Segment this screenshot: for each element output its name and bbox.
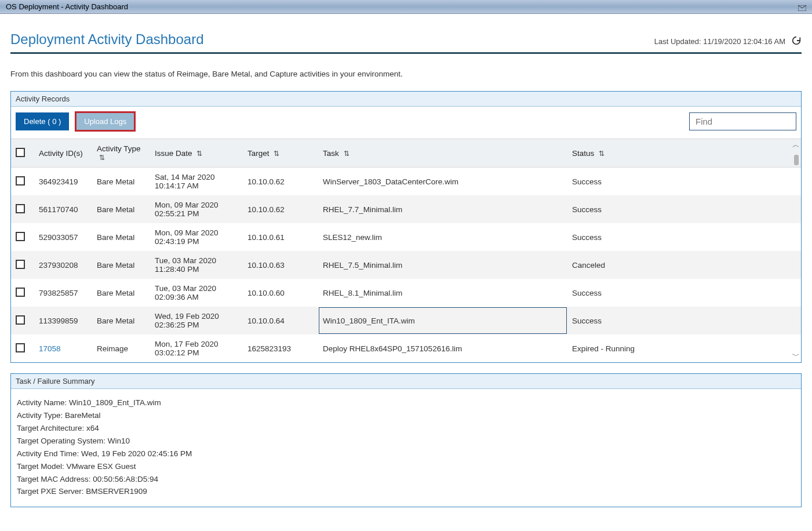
cell-activity-id: 364923419 bbox=[34, 168, 92, 196]
cell-status: Success bbox=[567, 195, 801, 223]
toolbar: Delete ( 0 ) Upload Logs bbox=[11, 107, 801, 139]
cell-task[interactable]: WinServer_1803_DataCenterCore.wim bbox=[318, 168, 567, 196]
table-row[interactable]: 17058ReimageMon, 17 Feb 2020 03:02:12 PM… bbox=[11, 334, 801, 362]
cell-task[interactable]: RHEL_7.5_Minimal.lim bbox=[318, 251, 567, 279]
table-row[interactable]: 529033057Bare MetalMon, 09 Mar 2020 02:4… bbox=[11, 223, 801, 251]
row-checkbox[interactable] bbox=[16, 343, 25, 352]
scroll-down-icon[interactable]: ﹀ bbox=[792, 350, 800, 362]
table-row[interactable]: 113399859Bare MetalWed, 19 Feb 2020 02:3… bbox=[11, 307, 801, 334]
cell-status: Expired - Running bbox=[567, 334, 801, 362]
summary-activity-name-label: Activity Name: bbox=[17, 398, 69, 407]
activity-records-panel: Activity Records Delete ( 0 ) Upload Log… bbox=[10, 91, 802, 363]
cell-task[interactable]: RHEL_8.1_Minimal.lim bbox=[318, 279, 567, 307]
cell-issue-date: Wed, 19 Feb 2020 02:36:25 PM bbox=[150, 307, 243, 334]
row-checkbox[interactable] bbox=[16, 288, 25, 297]
summary-mac-label: Target MAC Address: bbox=[17, 475, 93, 483]
cell-status: Success bbox=[567, 223, 801, 251]
col-target[interactable]: Target ⇅ bbox=[243, 139, 318, 168]
cell-task[interactable]: Deploy RHEL8x64SP0_1571052616.lim bbox=[318, 334, 567, 362]
summary-mac: 00:50:56:A8:D5:94 bbox=[93, 475, 158, 483]
col-task[interactable]: Task ⇅ bbox=[318, 139, 567, 168]
col-activity-id[interactable]: Activity ID(s) bbox=[34, 139, 92, 168]
col-status[interactable]: Status ⇅ bbox=[567, 139, 801, 168]
page-description: From this dashboard you can view the sta… bbox=[10, 63, 802, 91]
cell-target: 10.10.0.62 bbox=[243, 195, 318, 223]
row-checkbox[interactable] bbox=[16, 204, 25, 213]
cell-activity-type: Bare Metal bbox=[92, 251, 150, 279]
page-header: Deployment Activity Dashboard Last Updat… bbox=[10, 20, 802, 54]
window-title-bar: OS Deployment - Activity Dashboard bbox=[0, 0, 812, 14]
sort-icon: ⇅ bbox=[196, 150, 202, 158]
table-row[interactable]: 561170740Bare MetalMon, 09 Mar 2020 02:5… bbox=[11, 195, 801, 223]
last-updated-time: 11/19/2020 12:04:16 AM bbox=[703, 37, 785, 46]
summary-model-label: Target Model: bbox=[17, 462, 67, 471]
activity-table-container: Activity ID(s) Activity Type⇅ Issue Date… bbox=[11, 139, 801, 362]
summary-model: VMware ESX Guest bbox=[67, 462, 136, 471]
summary-os: Win10 bbox=[108, 437, 130, 445]
activity-records-header: Activity Records bbox=[11, 92, 801, 107]
select-all-checkbox[interactable] bbox=[16, 148, 25, 157]
cell-target: 10.10.0.62 bbox=[243, 168, 318, 196]
window-title: OS Deployment - Activity Dashboard bbox=[6, 2, 128, 11]
row-checkbox[interactable] bbox=[16, 176, 25, 186]
cell-activity-type: Bare Metal bbox=[92, 223, 150, 251]
sort-icon: ⇅ bbox=[599, 150, 605, 158]
cell-task[interactable]: RHEL_7.7_Minimal.lim bbox=[318, 195, 567, 223]
cell-task[interactable]: SLES12_new.lim bbox=[318, 223, 567, 251]
row-checkbox[interactable] bbox=[16, 315, 25, 325]
scroll-up-icon[interactable]: ︿ bbox=[792, 139, 800, 151]
summary-activity-type: BareMetal bbox=[65, 411, 101, 420]
cell-issue-date: Sat, 14 Mar 2020 10:14:17 AM bbox=[150, 168, 243, 196]
summary-activity-name: Win10_1809_Ent_ITA.wim bbox=[69, 398, 161, 407]
cell-target: 10.10.0.60 bbox=[243, 279, 318, 307]
cell-target: 10.10.0.63 bbox=[243, 251, 318, 279]
cell-target: 10.10.0.61 bbox=[243, 223, 318, 251]
table-row[interactable]: 793825857Bare MetalTue, 03 Mar 2020 02:0… bbox=[11, 279, 801, 307]
cell-status: Success bbox=[567, 279, 801, 307]
upload-logs-button[interactable]: Upload Logs bbox=[76, 112, 134, 130]
last-updated: Last Updated: 11/19/2020 12:04:16 AM bbox=[654, 35, 802, 48]
cell-activity-type: Bare Metal bbox=[92, 279, 150, 307]
cell-activity-id: 529033057 bbox=[34, 223, 92, 251]
row-checkbox[interactable] bbox=[16, 260, 25, 269]
cell-activity-id: 237930208 bbox=[34, 251, 92, 279]
last-updated-prefix: Last Updated: bbox=[654, 37, 704, 46]
col-activity-type[interactable]: Activity Type⇅ bbox=[92, 139, 150, 168]
summary-end-time: Wed, 19 Feb 2020 02:45:16 PM bbox=[81, 449, 192, 458]
summary-header: Task / Failure Summary bbox=[11, 374, 801, 389]
cell-issue-date: Mon, 17 Feb 2020 03:02:12 PM bbox=[150, 334, 243, 362]
summary-end-time-label: Activity End Time: bbox=[17, 449, 81, 458]
summary-pxe: BMSERVER1909 bbox=[86, 487, 147, 496]
row-checkbox[interactable] bbox=[16, 232, 25, 241]
delete-button[interactable]: Delete ( 0 ) bbox=[16, 112, 69, 130]
summary-pxe-label: Target PXE Server: bbox=[17, 487, 86, 496]
page-title: Deployment Activity Dashboard bbox=[10, 31, 204, 48]
cell-status: Success bbox=[567, 307, 801, 334]
cell-target: 1625823193 bbox=[243, 334, 318, 362]
sort-icon: ⇅ bbox=[344, 150, 349, 158]
mail-icon[interactable] bbox=[798, 4, 806, 10]
cell-activity-type: Reimage bbox=[92, 334, 150, 362]
table-row[interactable]: 237930208Bare MetalTue, 03 Mar 2020 11:2… bbox=[11, 251, 801, 279]
table-row[interactable]: 364923419Bare MetalSat, 14 Mar 2020 10:1… bbox=[11, 168, 801, 196]
find-input[interactable] bbox=[689, 112, 796, 130]
summary-list: Activity Name: Win10_1809_Ent_ITA.wim Ac… bbox=[11, 389, 801, 507]
cell-issue-date: Mon, 09 Mar 2020 02:43:19 PM bbox=[150, 223, 243, 251]
cell-activity-type: Bare Metal bbox=[92, 195, 150, 223]
cell-activity-id[interactable]: 17058 bbox=[34, 334, 92, 362]
refresh-icon[interactable] bbox=[791, 35, 802, 48]
cell-activity-id: 113399859 bbox=[34, 307, 92, 334]
cell-status: Canceled bbox=[567, 251, 801, 279]
cell-activity-id: 793825857 bbox=[34, 279, 92, 307]
cell-activity-type: Bare Metal bbox=[92, 307, 150, 334]
cell-activity-type: Bare Metal bbox=[92, 168, 150, 196]
sort-icon: ⇅ bbox=[274, 150, 279, 158]
summary-panel: Task / Failure Summary Activity Name: Wi… bbox=[10, 373, 802, 507]
cell-issue-date: Tue, 03 Mar 2020 02:09:36 AM bbox=[150, 279, 243, 307]
scrollbar[interactable]: ︿ ﹀ bbox=[791, 139, 801, 362]
scroll-thumb[interactable] bbox=[794, 155, 799, 165]
cell-issue-date: Mon, 09 Mar 2020 02:55:21 PM bbox=[150, 195, 243, 223]
activity-table: Activity ID(s) Activity Type⇅ Issue Date… bbox=[11, 139, 801, 362]
cell-task[interactable]: Win10_1809_Ent_ITA.wim bbox=[318, 307, 567, 334]
col-issue-date[interactable]: Issue Date ⇅ bbox=[150, 139, 243, 168]
